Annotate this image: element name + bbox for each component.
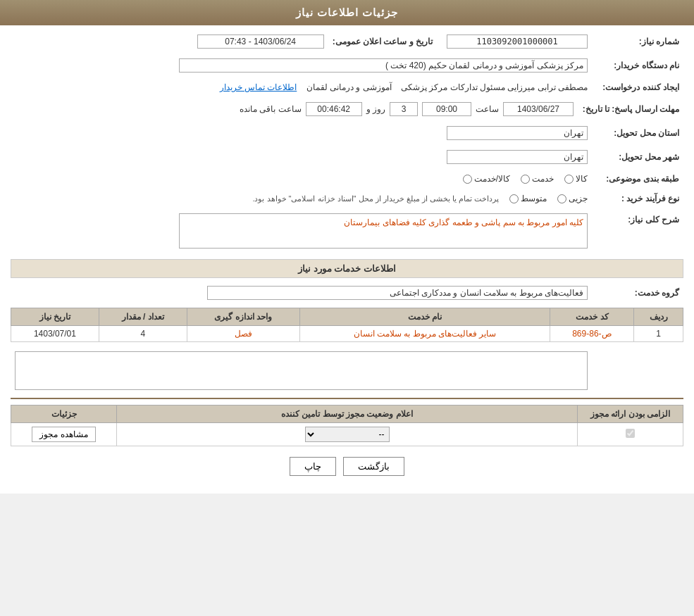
permit-details-cell[interactable]: مشاهده مجوز [11,423,117,446]
creator-col2: آموزشی و درمانی لقمان [306,82,392,92]
permit-status-cell[interactable]: -- [117,423,578,446]
buyer-org-value: مرکز پزشکی آموزشی و درمانی لقمان حکیم (4… [179,58,588,73]
deadline-time-label: ساعت [476,104,499,114]
radio-jozvi[interactable]: جزیی [557,194,588,203]
col-header-unit: واحد اندازه گیری [187,308,299,326]
permit-col-status: اعلام وضعیت مجوز توسط تامین کننده [117,406,578,423]
purchase-type-label: نوع فرآیند خرید : [592,191,683,206]
permit-col-required: الزامی بودن ارائه مجوز [578,406,683,423]
province-label: استان محل تحویل: [592,124,683,142]
contact-link[interactable]: اطلاعات تماس خریدار [220,82,297,92]
province-value: تهران [447,126,588,140]
page-title: جزئیات اطلاعات نیاز [296,6,398,18]
deadline-countdown-label: ساعت باقی مانده [240,104,302,114]
city-value: تهران [447,150,588,164]
permit-col-details: جزئیات [11,406,117,423]
radio-kala-khedmat[interactable]: کالا/خدمت [463,174,510,184]
col-header-date: تاریخ نیاز [11,308,99,326]
need-number-value: 1103092001000001 [447,34,588,49]
deadline-countdown: 00:46:42 [306,102,362,116]
buyer-notes-label [592,349,683,392]
service-group-label: گروه خدمت: [592,284,683,302]
radio-kala-label: کالا [576,174,588,184]
section-divider [11,398,683,399]
radio-jozvi-label: جزیی [569,194,588,203]
col-header-code: کد خدمت [550,308,634,326]
service-row-code: ص-86-869 [550,326,634,342]
service-row-num: 1 [634,326,683,342]
deadline-date: 1403/06/27 [503,102,574,116]
announce-datetime-label: تاریخ و ساعت اعلان عمومی: [328,32,437,51]
radio-motavasset-label: متوسط [521,194,547,203]
category-label: طبقه بندی موضوعی: [592,172,683,186]
page-header: جزئیات اطلاعات نیاز [0,0,694,25]
announce-datetime-value: 1403/06/24 - 07:43 [197,34,324,49]
col-header-row: ردیف [634,308,683,326]
deadline-days: 3 [390,102,418,116]
service-group-value: فعالیت‌های مربوط به سلامت انسان و مددکار… [207,286,588,300]
service-row-name: سایر فعالیت‌های مربوط به سلامت انسان [299,326,550,342]
city-label: شهر محل تحویل: [592,148,683,166]
permit-required-check [578,423,683,446]
purchase-note: پرداخت تمام یا بخشی از مبلغ خریدار از مح… [252,194,499,203]
description-value: کلیه امور مربوط به سم پاشی و طعمه گذاری … [179,213,588,249]
creator-col1: مصطفی ترابی میرزایی مسئول تدارکات مرکز پ… [401,82,588,92]
buyer-notes-area [15,351,588,390]
services-section-title: اطلاعات خدمات مورد نیاز [11,259,683,278]
print-button[interactable]: چاپ [290,457,336,476]
buyer-org-label: نام دستگاه خریدار: [592,56,683,75]
permit-table-row: -- مشاهده مجوز [11,423,683,446]
radio-motavasset[interactable]: متوسط [509,194,547,203]
col-header-qty: تعداد / مقدار [99,308,187,326]
service-row-date: 1403/07/01 [11,326,99,342]
radio-kala-khedmat-label: کالا/خدمت [474,174,510,184]
back-button[interactable]: بازگشت [343,457,404,476]
permit-status-select[interactable]: -- [305,427,390,442]
service-row-qty: 4 [99,326,187,342]
creator-label: ایجاد کننده درخواست: [592,80,683,94]
deadline-time: 09:00 [422,102,471,116]
radio-kala[interactable]: کالا [564,174,588,184]
service-table-row: 1 ص-86-869 سایر فعالیت‌های مربوط به سلام… [11,326,683,342]
footer-buttons: بازگشت چاپ [11,457,683,476]
view-permit-button[interactable]: مشاهده مجوز [32,427,95,442]
radio-khedmat[interactable]: خدمت [521,174,554,184]
need-number-label: شماره نیاز: [592,32,683,51]
response-deadline-label: مهلت ارسال پاسخ: تا تاریخ: [578,100,683,118]
service-row-unit: فصل [187,326,299,342]
deadline-days-label: روز و [366,104,385,114]
description-label: شرح کلی نیاز: [592,211,683,251]
radio-khedmat-label: خدمت [532,174,554,184]
col-header-name: نام خدمت [299,308,550,326]
